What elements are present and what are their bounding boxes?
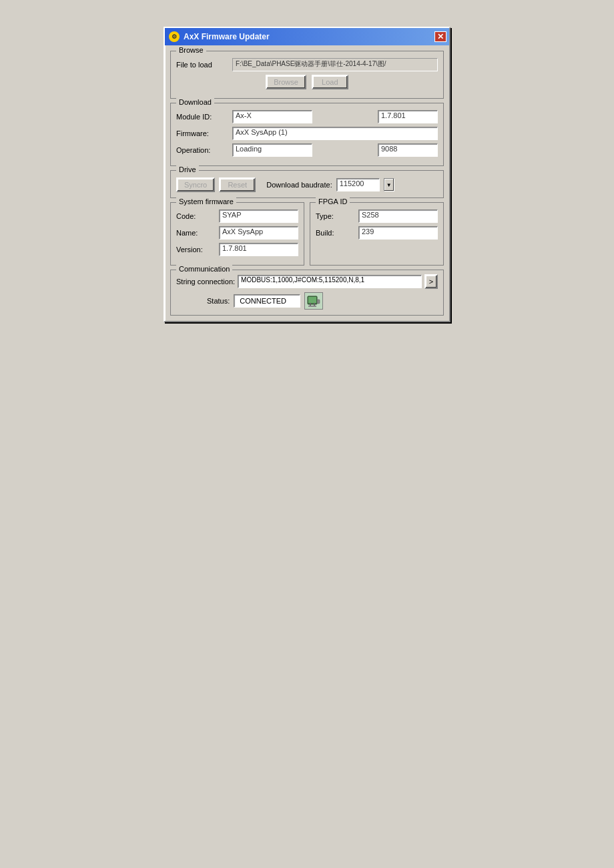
- fpga-id-label: FPGA ID: [316, 197, 350, 205]
- file-row: File to load F:\BE_Data\PHASE驱动器手册\菲仕-20…: [176, 58, 438, 71]
- baudrate-label: Download baudrate:: [266, 181, 332, 189]
- type-row: Type: S258: [316, 209, 438, 223]
- sys-name-value: AxX SysApp: [219, 226, 298, 240]
- svg-rect-1: [308, 297, 316, 303]
- build-value: 239: [358, 226, 438, 240]
- connection-icon: [304, 292, 323, 310]
- module-id-label: Module ID:: [176, 113, 230, 121]
- status-value: CONNECTED: [234, 294, 300, 308]
- browse-button[interactable]: Browse: [266, 75, 306, 89]
- titlebar-left: ⚙ AxX Firmware Updater: [169, 31, 270, 42]
- svg-rect-3: [314, 303, 315, 306]
- communication-content: String connection: MODBUS:1,1000,J#COM:5…: [176, 274, 438, 310]
- file-path-display: F:\BE_Data\PHASE驱动器手册\菲仕-2014-4-17\图/: [232, 58, 438, 71]
- main-window: ⚙ AxX Firmware Updater ✕ Browse File to …: [164, 27, 450, 322]
- bottom-sections: System firmware Code: SYAP Name: AxX Sys…: [170, 202, 444, 266]
- operation-row: Operation: Loading 9088: [176, 143, 438, 157]
- connection-arrow-button[interactable]: >: [424, 274, 438, 289]
- operation-num: 9088: [378, 143, 438, 157]
- status-row: Status: CONNECTED: [176, 292, 438, 310]
- drive-section: Drive Syncro Reset Download baudrate: 11…: [170, 170, 444, 198]
- app-icon: ⚙: [169, 31, 180, 42]
- download-section: Download Module ID: Ax-X 1.7.801 Firmwar…: [170, 103, 444, 166]
- code-label: Code:: [176, 212, 216, 220]
- download-content: Module ID: Ax-X 1.7.801 Firmware: AxX Sy…: [176, 110, 438, 157]
- version-label: Version:: [176, 246, 216, 254]
- version-value: 1.7.801: [219, 243, 298, 256]
- build-label: Build:: [316, 229, 356, 237]
- firmware-row: Firmware: AxX SysApp (1): [176, 127, 438, 140]
- browse-buttons-row: Browse Load: [176, 75, 438, 89]
- sys-name-row: Name: AxX SysApp: [176, 226, 298, 240]
- reset-button[interactable]: Reset: [219, 177, 256, 192]
- status-label: Status:: [207, 297, 230, 305]
- fpga-id-content: Type: S258 Build: 239: [316, 209, 438, 240]
- browse-section: Browse File to load F:\BE_Data\PHASE驱动器手…: [170, 51, 444, 99]
- system-firmware-label: System firmware: [176, 197, 236, 205]
- communication-label: Communication: [176, 265, 232, 273]
- window-body: Browse File to load F:\BE_Data\PHASE驱动器手…: [165, 45, 449, 321]
- syncro-button[interactable]: Syncro: [176, 177, 215, 192]
- build-row: Build: 239: [316, 226, 438, 240]
- module-version: 1.7.801: [378, 110, 438, 123]
- svg-rect-5: [317, 300, 320, 304]
- drive-buttons-row: Syncro Reset Download baudrate: 115200 ▼: [176, 177, 438, 192]
- firmware-label: Firmware:: [176, 129, 230, 137]
- module-id-value: Ax-X: [232, 110, 312, 123]
- drive-content: Syncro Reset Download baudrate: 115200 ▼: [176, 177, 438, 192]
- firmware-value: AxX SysApp (1): [232, 127, 438, 140]
- baudrate-value: 115200: [336, 178, 380, 191]
- version-row: Version: 1.7.801: [176, 243, 298, 256]
- type-value: S258: [358, 209, 438, 223]
- drive-label: Drive: [176, 165, 199, 173]
- sys-name-label: Name:: [176, 229, 216, 237]
- browse-content: File to load F:\BE_Data\PHASE驱动器手册\菲仕-20…: [176, 58, 438, 89]
- titlebar: ⚙ AxX Firmware Updater ✕: [165, 28, 449, 45]
- load-button[interactable]: Load: [312, 75, 348, 89]
- window-title: AxX Firmware Updater: [184, 32, 270, 41]
- code-row: Code: SYAP: [176, 209, 298, 223]
- module-id-row: Module ID: Ax-X 1.7.801: [176, 110, 438, 123]
- code-value: SYAP: [219, 209, 298, 223]
- close-button[interactable]: ✕: [434, 31, 446, 42]
- system-firmware-section: System firmware Code: SYAP Name: AxX Sys…: [170, 202, 304, 266]
- download-label: Download: [176, 98, 214, 106]
- fpga-id-section: FPGA ID Type: S258 Build: 239: [310, 202, 444, 266]
- browse-label: Browse: [176, 46, 206, 54]
- type-label: Type:: [316, 212, 356, 220]
- string-connection-row: String connection: MODBUS:1,1000,J#COM:5…: [176, 274, 438, 289]
- string-conn-value: MODBUS:1,1000,J#COM:5,115200,N,8,1: [238, 275, 422, 288]
- file-to-load-label: File to load: [176, 61, 230, 69]
- operation-label: Operation:: [176, 146, 230, 154]
- operation-value: Loading: [232, 143, 312, 157]
- system-firmware-content: Code: SYAP Name: AxX SysApp Version: 1.7…: [176, 209, 298, 256]
- string-conn-label: String connection:: [176, 278, 235, 286]
- svg-rect-2: [310, 303, 311, 306]
- baudrate-dropdown-arrow[interactable]: ▼: [384, 178, 394, 191]
- communication-section: Communication String connection: MODBUS:…: [170, 270, 444, 316]
- svg-rect-4: [308, 306, 316, 307]
